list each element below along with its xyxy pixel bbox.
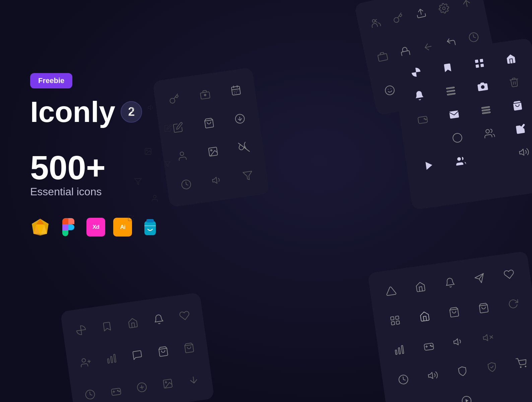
svg-point-64: [117, 390, 118, 391]
icon-pie-chart: [410, 66, 422, 78]
badge-label: Freebie: [38, 76, 64, 85]
svg-line-68: [140, 387, 144, 387]
panel-mid-center: [152, 67, 270, 207]
icon-clock: [467, 31, 480, 44]
icon-cart: [515, 357, 527, 369]
svg-point-100: [146, 150, 147, 151]
svg-rect-34: [475, 60, 478, 63]
icon-user2: [176, 150, 188, 162]
icon-menu-filled: [480, 104, 492, 116]
icon-mute: [482, 332, 494, 344]
icon-key2: [168, 93, 180, 105]
svg-rect-58: [111, 356, 113, 363]
svg-rect-12: [378, 54, 388, 62]
svg-rect-47: [482, 112, 490, 114]
svg-marker-90: [428, 372, 433, 379]
icon-empty3: [426, 183, 439, 195]
icon-empty6: [490, 390, 502, 402]
icon-chat2: [131, 349, 143, 361]
icon-bars: [106, 353, 118, 365]
freebie-badge: Freebie: [30, 73, 72, 88]
svg-marker-32: [212, 177, 217, 184]
count-block: 500+ Essential icons: [30, 151, 106, 198]
svg-rect-6: [146, 219, 154, 222]
svg-rect-40: [447, 93, 455, 95]
title-block: Iconly 2: [30, 97, 142, 127]
icon-home-filled: [505, 53, 517, 65]
svg-point-83: [430, 345, 431, 346]
svg-marker-51: [425, 161, 433, 170]
svg-rect-46: [482, 109, 490, 111]
svg-line-21: [237, 85, 238, 87]
svg-rect-39: [447, 90, 455, 92]
svg-point-8: [372, 19, 375, 22]
icon-empty4: [511, 327, 523, 339]
icon-bag3: [157, 345, 169, 357]
icon-bell4: [444, 277, 456, 289]
svg-point-52: [457, 157, 461, 161]
panel-bottom-right: [368, 251, 532, 402]
icon-sound4: [427, 369, 439, 381]
icon-adduser: [79, 356, 91, 368]
icon-grid-filled: [473, 57, 485, 69]
icon-send: [473, 273, 485, 285]
deco-icon-1: [127, 107, 137, 118]
svg-line-78: [479, 305, 487, 306]
icon-bookmark-filled: [442, 62, 454, 74]
icon-pie2: [75, 324, 87, 336]
icon-gear: [438, 2, 450, 15]
svg-line-60: [159, 348, 167, 349]
deco-icon-8: [127, 214, 135, 223]
icon-bag4: [183, 342, 195, 354]
svg-marker-33: [243, 171, 253, 180]
icon-home3: [127, 317, 139, 329]
icon-bag6: [477, 302, 489, 314]
svg-point-29: [210, 149, 212, 151]
icon-users: [369, 17, 382, 29]
icon-users-filled: [483, 127, 495, 139]
svg-point-19: [204, 94, 206, 96]
svg-rect-5: [144, 221, 156, 235]
icon-bars2: [393, 344, 405, 356]
icon-bag: [203, 117, 215, 129]
deco-icon-4: [151, 194, 159, 204]
svg-point-65: [119, 391, 120, 392]
svg-rect-80: [398, 348, 401, 354]
svg-rect-45: [481, 107, 489, 109]
svg-marker-86: [483, 335, 487, 341]
icon-empty2: [486, 151, 498, 163]
icon-empty: [420, 136, 432, 148]
svg-line-24: [205, 120, 213, 121]
icon-filter: [242, 170, 254, 182]
svg-point-54: [82, 358, 86, 362]
icon-shield: [456, 365, 468, 377]
icon-gamepad3: [423, 340, 435, 352]
deco-icon-5: [164, 124, 172, 133]
icon-users2-filled: [455, 155, 467, 167]
deco-icon-7: [147, 104, 155, 113]
icon-home4: [414, 281, 426, 293]
figma-logo: [58, 217, 78, 237]
deco-icon-3: [134, 178, 142, 187]
icon-play2: [461, 395, 473, 402]
icon-addcircle: [136, 381, 148, 393]
icon-empty5: [431, 399, 443, 402]
icon-sound: [211, 174, 223, 186]
svg-line-77: [450, 309, 458, 310]
icon-upload: [415, 7, 427, 20]
svg-line-30: [239, 142, 250, 153]
icon-key: [392, 12, 405, 24]
svg-rect-73: [391, 317, 394, 320]
svg-point-44: [425, 119, 426, 120]
icon-refresh: [507, 298, 519, 310]
title-main: Iconly 2: [30, 97, 142, 127]
svg-point-50: [485, 129, 489, 133]
svg-rect-75: [391, 322, 395, 325]
svg-line-56: [88, 361, 90, 361]
svg-point-43: [424, 118, 425, 119]
deco-icon-6: [164, 161, 171, 169]
deco-icon-2: [144, 147, 152, 157]
icon-grid2: [389, 315, 401, 327]
icon-bell-filled: [413, 89, 425, 102]
svg-rect-38: [447, 87, 455, 89]
